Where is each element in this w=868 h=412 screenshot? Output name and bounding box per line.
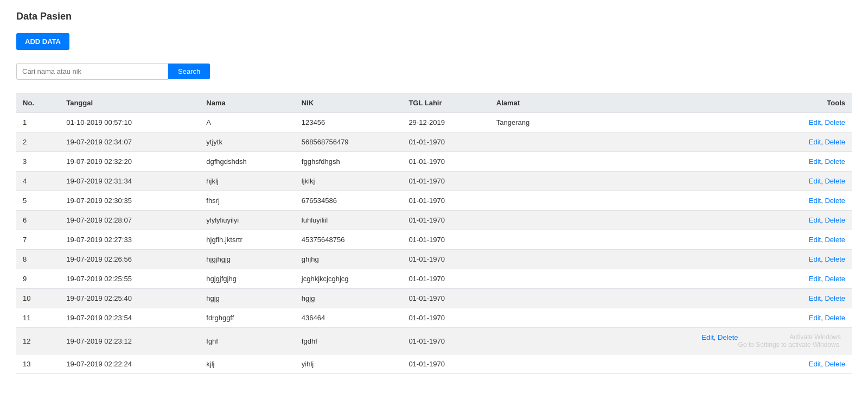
cell-tanggal: 19-07-2019 02:32:20 xyxy=(60,152,200,172)
edit-link[interactable]: Edit xyxy=(809,138,821,146)
delete-link[interactable]: Delete xyxy=(825,275,845,283)
cell-alamat xyxy=(490,191,572,211)
cell-tanggal: 19-07-2019 02:26:56 xyxy=(60,250,200,269)
cell-alamat xyxy=(490,132,572,152)
cell-nik: ljklkj xyxy=(295,172,403,191)
col-no: No. xyxy=(16,93,60,113)
delete-link[interactable]: Delete xyxy=(825,157,845,166)
col-tgl-lahir: TGL Lahir xyxy=(402,93,489,113)
edit-link[interactable]: Edit xyxy=(809,197,821,205)
delete-link[interactable]: Delete xyxy=(825,138,845,146)
col-tools: Tools xyxy=(572,93,852,113)
cell-tools: Edit, Delete xyxy=(572,250,852,269)
cell-tgl-lahir: 01-01-1970 xyxy=(402,230,489,250)
add-data-button[interactable]: ADD DATA xyxy=(16,33,69,50)
cell-tanggal: 19-07-2019 02:28:07 xyxy=(60,211,200,230)
cell-no: 8 xyxy=(16,250,60,269)
cell-tools: Edit, Delete xyxy=(572,289,852,308)
cell-nik: hgjg xyxy=(295,289,403,308)
cell-no: 9 xyxy=(16,269,60,289)
edit-link[interactable]: Edit xyxy=(809,157,821,166)
cell-tools: Edit, Delete xyxy=(572,230,852,250)
page-container: Data Pasien ADD DATA Search No. Tanggal … xyxy=(0,0,868,412)
cell-nama: kjlj xyxy=(200,354,295,374)
cell-no: 6 xyxy=(16,211,60,230)
col-alamat: Alamat xyxy=(490,93,572,113)
delete-link[interactable]: Delete xyxy=(825,216,845,224)
cell-no: 13 xyxy=(16,354,60,374)
delete-link[interactable]: Delete xyxy=(718,333,738,341)
cell-tanggal: 19-07-2019 02:23:12 xyxy=(60,328,200,354)
cell-nama: fghf xyxy=(200,328,295,354)
cell-tools: Edit, Delete xyxy=(572,152,852,172)
cell-tgl-lahir: 01-01-1970 xyxy=(402,354,489,374)
cell-alamat xyxy=(490,328,572,354)
search-input[interactable] xyxy=(16,63,168,80)
cell-no: 11 xyxy=(16,308,60,328)
delete-link[interactable]: Delete xyxy=(825,294,845,302)
search-button[interactable]: Search xyxy=(168,64,210,79)
edit-link[interactable]: Edit xyxy=(809,275,821,283)
edit-link[interactable]: Edit xyxy=(809,118,821,126)
cell-nik: 45375648756 xyxy=(295,230,403,250)
table-row: 7 19-07-2019 02:27:33 hjgflh.jktsrtr 453… xyxy=(16,230,852,250)
delete-link[interactable]: Delete xyxy=(825,314,845,322)
table-row: 1 01-10-2019 00:57:10 A 123456 29-12-201… xyxy=(16,113,852,132)
cell-tgl-lahir: 29-12-2019 xyxy=(402,113,489,132)
cell-tgl-lahir: 01-01-1970 xyxy=(402,289,489,308)
table-row: 12 19-07-2019 02:23:12 fghf fgdhf 01-01-… xyxy=(16,328,852,354)
edit-link[interactable]: Edit xyxy=(701,333,713,341)
col-tanggal: Tanggal xyxy=(60,93,200,113)
cell-nama: ylylyliuyilyi xyxy=(200,211,295,230)
cell-nama: hjklj xyxy=(200,172,295,191)
delete-link[interactable]: Delete xyxy=(825,197,845,205)
patients-table: No. Tanggal Nama NIK TGL Lahir Alamat To… xyxy=(16,93,852,374)
cell-tgl-lahir: 01-01-1970 xyxy=(402,132,489,152)
cell-tanggal: 19-07-2019 02:25:40 xyxy=(60,289,200,308)
delete-link[interactable]: Delete xyxy=(825,236,845,244)
cell-nik: 568568756479 xyxy=(295,132,403,152)
cell-nama: hjgflh.jktsrtr xyxy=(200,230,295,250)
search-area: Search xyxy=(16,63,852,80)
cell-nama: hjgjhgjg xyxy=(200,250,295,269)
cell-alamat xyxy=(490,308,572,328)
cell-tools: Edit, Delete xyxy=(572,354,852,374)
delete-link[interactable]: Delete xyxy=(825,118,845,126)
cell-no: 10 xyxy=(16,289,60,308)
cell-tgl-lahir: 01-01-1970 xyxy=(402,172,489,191)
cell-nama: ytjytk xyxy=(200,132,295,152)
cell-no: 3 xyxy=(16,152,60,172)
cell-nama: dgfhgdshdsh xyxy=(200,152,295,172)
cell-nik: jcghkjkcjcghjcg xyxy=(295,269,403,289)
cell-nik: ghjhg xyxy=(295,250,403,269)
delete-link[interactable]: Delete xyxy=(825,360,845,368)
cell-alamat xyxy=(490,269,572,289)
col-nik: NIK xyxy=(295,93,403,113)
cell-alamat xyxy=(490,230,572,250)
cell-tgl-lahir: 01-01-1970 xyxy=(402,211,489,230)
table-row: 6 19-07-2019 02:28:07 ylylyliuyilyi luhl… xyxy=(16,211,852,230)
edit-link[interactable]: Edit xyxy=(809,314,821,322)
edit-link[interactable]: Edit xyxy=(809,236,821,244)
cell-tanggal: 19-07-2019 02:31:34 xyxy=(60,172,200,191)
edit-link[interactable]: Edit xyxy=(809,294,821,302)
cell-nama: hgjgjfgjhg xyxy=(200,269,295,289)
cell-nama: hgjg xyxy=(200,289,295,308)
cell-nik: 676534586 xyxy=(295,191,403,211)
cell-tgl-lahir: 01-01-1970 xyxy=(402,269,489,289)
edit-link[interactable]: Edit xyxy=(809,360,821,368)
delete-link[interactable]: Delete xyxy=(825,255,845,263)
table-row: 9 19-07-2019 02:25:55 hgjgjfgjhg jcghkjk… xyxy=(16,269,852,289)
cell-tanggal: 19-07-2019 02:23:54 xyxy=(60,308,200,328)
cell-tanggal: 19-07-2019 02:34:07 xyxy=(60,132,200,152)
cell-alamat: Tangerang xyxy=(490,113,572,132)
cell-tanggal: 19-07-2019 02:30:35 xyxy=(60,191,200,211)
edit-link[interactable]: Edit xyxy=(809,255,821,263)
delete-link[interactable]: Delete xyxy=(825,177,845,185)
table-row: 5 19-07-2019 02:30:35 fhsrj 676534586 01… xyxy=(16,191,852,211)
table-row: 10 19-07-2019 02:25:40 hgjg hgjg 01-01-1… xyxy=(16,289,852,308)
cell-nik: 123456 xyxy=(295,113,403,132)
edit-link[interactable]: Edit xyxy=(809,216,821,224)
cell-no: 4 xyxy=(16,172,60,191)
edit-link[interactable]: Edit xyxy=(809,177,821,185)
